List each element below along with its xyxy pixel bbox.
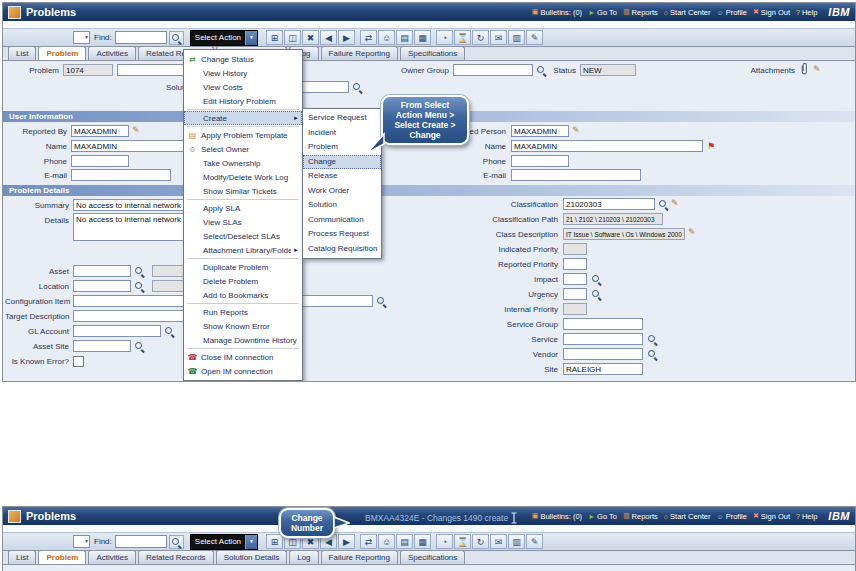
menu-item-delete-problem[interactable]: Delete Problem [184, 274, 302, 288]
tab-specifications[interactable]: Specifications [400, 550, 465, 564]
urgency-lookup-icon[interactable] [591, 289, 602, 300]
reports-link[interactable]: ▥Reports [623, 8, 658, 17]
classification-detail-icon[interactable] [671, 198, 679, 208]
reports-link[interactable]: ▥Reports [623, 512, 658, 521]
edit-button[interactable]: ✎ [526, 30, 543, 45]
select-action-dropdown[interactable]: Select Action [190, 534, 258, 550]
service-lookup-icon[interactable] [647, 334, 658, 345]
query-dropdown[interactable] [73, 31, 90, 44]
location-field[interactable] [73, 280, 131, 292]
find-input[interactable] [115, 31, 167, 44]
tab-list[interactable]: List [8, 550, 36, 564]
configuration-item-lookup-icon[interactable] [376, 296, 387, 307]
bulletins-link[interactable]: ▣Bulletins: (0) [532, 512, 582, 521]
impact-lookup-icon[interactable] [591, 274, 602, 285]
asset-site-lookup-icon[interactable] [134, 341, 145, 352]
affected-email-field[interactable] [511, 169, 641, 181]
menu-item-select-deselect-slas[interactable]: Select/Deselect SLAs [184, 229, 302, 243]
submenu-item-service-request[interactable]: Service Request [303, 111, 381, 126]
detail-menu-button[interactable]: ▤ [396, 534, 413, 549]
profile-link[interactable]: ☺Profile [717, 512, 747, 521]
menu-item-edit-history-problem[interactable]: Edit History Problem [184, 94, 302, 108]
start-center-link[interactable]: ⌂Start Center [664, 8, 711, 17]
menu-item-manage-downtime-history[interactable]: Manage Downtime History [184, 333, 302, 347]
asset-site-field[interactable] [73, 340, 131, 352]
tab-failure-reporting[interactable]: Failure Reporting [321, 550, 398, 564]
impact-field[interactable] [563, 273, 587, 285]
attachments-menu-icon[interactable] [813, 64, 821, 74]
site-field[interactable]: RALEIGH [563, 363, 643, 375]
menu-item-change-status[interactable]: ⇄Change Status [184, 52, 302, 66]
reports-button[interactable]: ▥ [508, 534, 525, 549]
tab-related-records[interactable]: Related Records [138, 550, 214, 564]
kpi-button[interactable]: ▦ [414, 534, 431, 549]
service-field[interactable] [563, 333, 643, 345]
previous-record-button[interactable]: ◀ [320, 30, 337, 45]
reports-button[interactable]: ▥ [508, 30, 525, 45]
tab-activities[interactable]: Activities [88, 46, 136, 60]
alert-icon[interactable] [707, 141, 715, 151]
menu-item-apply-problem-template[interactable]: ▤Apply Problem Template [184, 128, 302, 142]
tab-log[interactable]: Log [289, 550, 318, 564]
help-link[interactable]: ?Help [796, 512, 817, 521]
sign-out-link[interactable]: ✖Sign Out [753, 512, 790, 521]
submenu-item-release[interactable]: Release [303, 169, 381, 184]
refresh-button[interactable]: ↻ [472, 30, 489, 45]
help-link[interactable]: ?Help [796, 8, 817, 17]
menu-item-create[interactable]: Create [184, 111, 302, 125]
menu-item-show-similar-tickets[interactable]: Show Similar Tickets [184, 184, 302, 198]
edit-button[interactable]: ✎ [526, 534, 543, 549]
select-owner-button[interactable]: ☺ [378, 30, 395, 45]
reported-email-field[interactable] [71, 169, 171, 181]
menu-item-view-history[interactable]: View History [184, 66, 302, 80]
select-action-arrow-button[interactable] [245, 31, 257, 45]
reported-by-field[interactable]: MAXADMIN [71, 125, 129, 137]
menu-item-view-slas[interactable]: View SLAs [184, 215, 302, 229]
kpi-button[interactable]: ▦ [414, 30, 431, 45]
save-button[interactable]: ◫ [284, 30, 301, 45]
gl-account-lookup-icon[interactable] [164, 326, 175, 337]
start-center-link[interactable]: ⌂Start Center [664, 512, 711, 521]
change-status-button[interactable]: ⇄ [360, 30, 377, 45]
submenu-item-solution[interactable]: Solution [303, 198, 381, 213]
submenu-item-communication[interactable]: Communication [303, 213, 381, 228]
tab-specifications[interactable]: Specifications [400, 46, 465, 60]
menu-item-show-known-error[interactable]: Show Known Error [184, 319, 302, 333]
schedule-button[interactable]: ◔ [436, 30, 453, 45]
bulletins-link[interactable]: ▣Bulletins: (0) [532, 8, 582, 17]
select-owner-button[interactable]: ☺ [378, 534, 395, 549]
class-description-detail-icon[interactable] [688, 227, 696, 237]
location-lookup-icon[interactable] [134, 281, 145, 292]
select-action-dropdown[interactable]: Select Action [190, 30, 258, 46]
menu-item-add-to-bookmarks[interactable]: Add to Bookmarks [184, 288, 302, 302]
search-button[interactable] [169, 31, 184, 45]
reported-phone-field[interactable] [71, 155, 129, 167]
tab-failure-reporting[interactable]: Failure Reporting [321, 46, 398, 60]
urgency-field[interactable] [563, 288, 587, 300]
vendor-field[interactable] [563, 348, 643, 360]
affected-name-field[interactable]: MAXADMIN [511, 140, 703, 152]
menu-item-view-costs[interactable]: View Costs [184, 80, 302, 94]
timer-button[interactable]: ⌛ [454, 534, 471, 549]
affected-phone-field[interactable] [511, 155, 569, 167]
timer-button[interactable]: ⌛ [454, 30, 471, 45]
menu-item-attachment-library-folders[interactable]: Attachment Library/Folders [184, 243, 302, 257]
tab-list[interactable]: List [8, 46, 36, 60]
asset-field[interactable] [73, 265, 131, 277]
menu-item-duplicate-problem[interactable]: Duplicate Problem [184, 260, 302, 274]
classification-lookup-icon[interactable] [658, 199, 669, 210]
submenu-item-process-request[interactable]: Process Request [303, 227, 381, 242]
new-record-button[interactable]: ⊞ [266, 30, 283, 45]
tab-problem[interactable]: Problem [38, 550, 86, 564]
goto-link[interactable]: ►Go To [588, 512, 617, 521]
communication-button[interactable]: ✉ [490, 534, 507, 549]
communication-button[interactable]: ✉ [490, 30, 507, 45]
submenu-item-change[interactable]: Change [303, 155, 381, 170]
menu-item-modify-delete-work-log[interactable]: Modify/Delete Work Log [184, 170, 302, 184]
change-status-button[interactable]: ⇄ [360, 534, 377, 549]
menu-item-run-reports[interactable]: Run Reports [184, 305, 302, 319]
schedule-button[interactable]: ◔ [436, 534, 453, 549]
goto-link[interactable]: ►Go To [588, 8, 617, 17]
next-record-button[interactable]: ▶ [338, 534, 355, 549]
tab-activities[interactable]: Activities [88, 550, 136, 564]
